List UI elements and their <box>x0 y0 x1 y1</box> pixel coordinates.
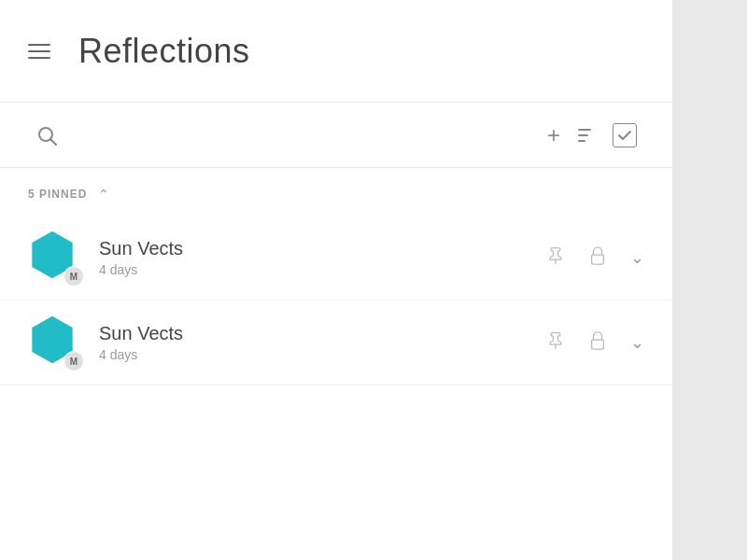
pinned-section-header: 5 PINNED ⌃ <box>0 168 672 216</box>
right-panel <box>672 0 747 560</box>
pinned-count-label: 5 PINNED <box>28 188 87 201</box>
pin-icon[interactable] <box>546 246 565 270</box>
item-info: Sun Vects 4 days <box>99 238 546 277</box>
collapse-pinned-button[interactable]: ⌃ <box>98 187 109 202</box>
main-panel: Reflections + <box>0 0 672 560</box>
lock-icon <box>587 330 608 355</box>
checkbox-icon <box>613 123 637 147</box>
expand-item-button[interactable]: ⌄ <box>630 247 644 268</box>
item-actions: ⌄ <box>546 330 644 355</box>
items-list: M Sun Vects 4 days <box>0 216 672 560</box>
item-date: 4 days <box>99 347 546 362</box>
svg-rect-10 <box>592 340 604 349</box>
item-info: Sun Vects 4 days <box>99 323 546 362</box>
plus-icon: + <box>547 124 560 147</box>
pin-icon[interactable] <box>546 331 565 355</box>
add-button[interactable]: + <box>540 117 568 154</box>
search-button[interactable] <box>28 117 65 154</box>
list-item[interactable]: M Sun Vects 4 days <box>0 216 672 301</box>
page-title: Reflections <box>78 32 250 71</box>
avatar-container: M <box>28 231 82 285</box>
user-badge: M <box>63 266 84 287</box>
lock-icon <box>587 245 608 270</box>
item-name: Sun Vects <box>99 238 546 259</box>
item-name: Sun Vects <box>99 323 546 344</box>
svg-rect-7 <box>592 255 604 264</box>
item-date: 4 days <box>99 262 546 277</box>
search-icon <box>35 124 58 147</box>
sort-button[interactable] <box>568 117 605 154</box>
list-item[interactable]: M Sun Vects 4 days <box>0 301 672 385</box>
sort-icon <box>575 124 598 147</box>
svg-line-1 <box>51 139 57 145</box>
avatar-container: M <box>28 315 82 370</box>
header: Reflections <box>0 0 672 103</box>
hamburger-menu-button[interactable] <box>28 44 50 59</box>
user-badge: M <box>63 351 84 371</box>
select-all-button[interactable] <box>605 116 644 155</box>
expand-item-button[interactable]: ⌄ <box>630 332 644 353</box>
toolbar: + <box>0 103 672 168</box>
item-actions: ⌄ <box>546 245 644 270</box>
